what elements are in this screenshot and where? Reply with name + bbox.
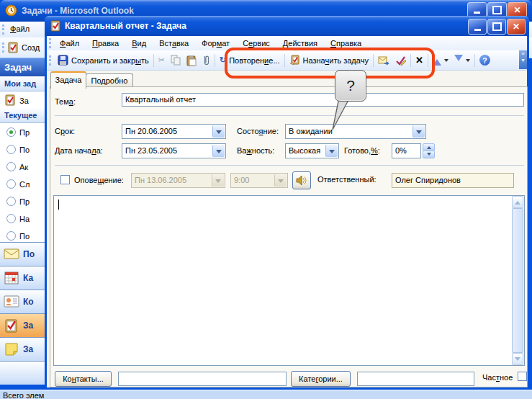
notes-textarea[interactable]	[53, 195, 525, 366]
view-option-label[interactable]: Пр	[19, 197, 30, 206]
task-maximize-button[interactable]	[487, 19, 506, 35]
main-minimize-button[interactable]	[467, 2, 487, 17]
delete-button[interactable]: ✕	[412, 53, 426, 68]
tab-details[interactable]: Подробно	[86, 73, 133, 88]
categories-button[interactable]: Категории...	[291, 371, 351, 387]
scroll-up-icon[interactable]	[512, 196, 523, 208]
toolbar-grip[interactable]	[49, 55, 53, 66]
reminder-checkbox[interactable]	[60, 175, 70, 184]
start-date-combo[interactable]: Пн 23.05.2005	[122, 143, 226, 158]
menu-format[interactable]: Формат	[195, 37, 236, 49]
toolbar-separator	[373, 54, 374, 67]
task-close-button[interactable]: ✕	[507, 19, 526, 35]
toolbar-separator	[284, 54, 285, 67]
radio-icon	[6, 162, 16, 171]
mark-complete-button[interactable]	[392, 53, 409, 68]
chevron-down-icon[interactable]	[212, 145, 225, 157]
menu-view[interactable]: Вид	[125, 37, 153, 49]
paste-button[interactable]	[184, 53, 199, 68]
nav-button-calendar[interactable]: Ка	[0, 266, 45, 290]
nav-buttons: По Ка Ко За	[0, 242, 45, 385]
overflow-icon: »	[521, 50, 524, 57]
chevron-down-icon[interactable]	[212, 125, 225, 138]
menu-edit[interactable]: Правка	[86, 37, 125, 49]
reminder-label: Оповещение:	[74, 176, 124, 184]
chevron-down-icon[interactable]	[412, 125, 425, 138]
menubar-grip[interactable]	[2, 24, 6, 35]
main-close-button[interactable]: ✕	[508, 2, 527, 17]
new-task-button[interactable]: Созд	[22, 43, 40, 52]
scrollbar-thumb[interactable]	[512, 208, 523, 353]
start-date-label: Дата начала:	[55, 146, 103, 155]
callout: ?	[335, 70, 366, 102]
my-tasks-header[interactable]: Мои зад	[0, 76, 45, 91]
view-option-radio[interactable]	[6, 162, 16, 171]
toolbar-grip[interactable]	[2, 42, 6, 53]
menu-actions[interactable]: Действия	[276, 37, 324, 49]
view-option-radio[interactable]	[6, 179, 16, 189]
tab-task[interactable]: Задача	[50, 71, 86, 89]
help-button[interactable]: ?	[477, 53, 493, 68]
maximize-icon	[492, 6, 502, 14]
previous-item-button[interactable]	[430, 53, 451, 68]
percent-complete-input[interactable]: 0%	[392, 143, 421, 158]
contacts-field[interactable]	[118, 372, 287, 386]
scroll-down-icon[interactable]	[512, 353, 523, 365]
view-option-radio[interactable]	[6, 145, 16, 154]
nav-button-tasks[interactable]: За	[0, 313, 45, 337]
view-option-label[interactable]: По	[19, 145, 30, 154]
view-option-radio[interactable]	[6, 214, 16, 223]
main-menu-file[interactable]: Файл	[10, 24, 30, 33]
minimize-icon	[474, 29, 481, 31]
current-view-header[interactable]: Текущее	[0, 108, 45, 123]
copy-button	[168, 53, 184, 68]
view-option-label[interactable]: Пр	[19, 128, 30, 137]
percent-spinner[interactable]	[423, 143, 435, 158]
subject-input[interactable]: Квартальный отчет	[122, 93, 524, 107]
spin-down-icon[interactable]	[423, 151, 435, 158]
menu-help[interactable]: Справка	[324, 37, 368, 49]
priority-combo[interactable]: Высокая	[285, 143, 339, 158]
move-up-icon	[433, 55, 441, 66]
outlook-screen: Задачи - Microsoft Outlook ✕ Файл Созд З…	[0, 0, 532, 399]
view-option-label[interactable]: По	[19, 232, 30, 241]
private-checkbox[interactable]	[518, 372, 527, 381]
nav-button-contacts[interactable]: Ко	[0, 290, 45, 313]
main-statusbar: Всего элем	[0, 390, 532, 399]
task-icon	[5, 94, 16, 106]
view-option-radio[interactable]	[6, 231, 16, 241]
assign-task-button[interactable]: Назначить задачу	[287, 53, 371, 68]
menu-tools[interactable]: Сервис	[236, 37, 276, 49]
task-minimize-button[interactable]	[468, 19, 487, 35]
due-date-combo[interactable]: Пн 20.06.2005	[122, 124, 226, 139]
chevron-down-icon[interactable]	[325, 145, 338, 157]
main-maximize-button[interactable]	[487, 2, 507, 17]
delete-icon: ✕	[415, 55, 423, 66]
view-option-radio[interactable]	[6, 197, 16, 206]
toolbar-overflow-button[interactable]: »▾	[519, 50, 527, 69]
view-option-radio[interactable]	[6, 127, 16, 137]
notes-scrollbar[interactable]	[512, 196, 524, 365]
sidebar-item-tasks[interactable]: За	[0, 92, 45, 108]
menu-file[interactable]: Файл	[53, 37, 86, 49]
save-icon	[58, 55, 68, 66]
menu-insert[interactable]: Вставка	[153, 37, 195, 49]
view-option-label[interactable]: Ак	[19, 163, 28, 171]
categories-field[interactable]	[357, 372, 474, 386]
view-option-label[interactable]: На	[19, 215, 30, 223]
radio-icon	[6, 214, 16, 223]
clock-icon	[5, 4, 17, 17]
nav-button-mail[interactable]: По	[0, 242, 45, 266]
subject-label: Тема:	[55, 97, 76, 106]
reminder-sound-button[interactable]	[292, 171, 311, 189]
attach-button[interactable]	[199, 53, 213, 68]
contacts-button[interactable]: Контакты...	[55, 371, 112, 387]
nav-pane-title: Задач	[4, 62, 32, 73]
nav-button-notes[interactable]: За	[0, 337, 45, 361]
recurrence-icon: ↻	[220, 55, 226, 65]
save-close-button[interactable]: Сохранить и закрыть	[55, 53, 152, 68]
send-status-report-button[interactable]	[375, 53, 392, 68]
view-option-label[interactable]: Сл	[19, 180, 30, 189]
next-item-button[interactable]	[451, 53, 473, 68]
recurrence-button[interactable]: ↻ Повторение...	[217, 53, 283, 68]
